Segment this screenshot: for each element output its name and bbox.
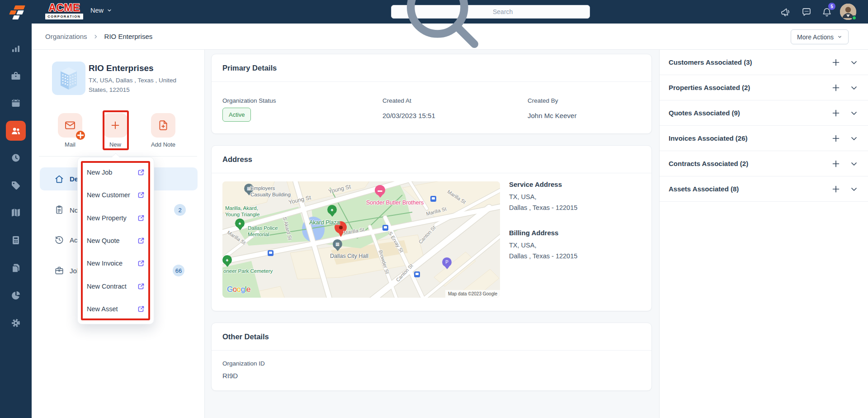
menu-item-new-quote[interactable]: New Quote — [78, 229, 154, 252]
add-note-action-label: Add Note — [143, 141, 184, 148]
assets-associated-row[interactable]: Assets Associated (8) — [660, 176, 868, 202]
transit-stop-icon — [268, 250, 274, 256]
add-icon[interactable] — [831, 83, 841, 93]
chevron-down-icon — [107, 8, 112, 13]
organization-name: RIO Enterprises — [89, 63, 154, 73]
nav-analytics-icon[interactable] — [6, 38, 26, 58]
org-status-badge: Active — [222, 108, 251, 122]
plus-icon — [109, 119, 121, 131]
external-link-icon — [137, 305, 145, 313]
more-actions-label: More Actions — [797, 33, 834, 41]
nav-map-icon[interactable] — [6, 203, 26, 223]
map-label: Sonder Butler Brothers — [366, 200, 424, 206]
transit-stop-icon — [414, 271, 420, 277]
company-logo-text: ACME — [45, 2, 83, 13]
chevron-down-icon[interactable] — [849, 159, 859, 169]
add-icon[interactable] — [831, 159, 841, 169]
created-by-value: John Mc Keever — [528, 112, 576, 119]
google-logo: Google — [227, 285, 250, 294]
nav-calendar-icon[interactable] — [6, 93, 26, 113]
menu-item-new-job[interactable]: New Job — [78, 161, 154, 184]
more-actions-button[interactable]: More Actions — [791, 29, 849, 44]
nav-documents-icon[interactable] — [6, 258, 26, 278]
chevron-right-icon — [93, 34, 99, 39]
primary-details-title: Primary Details — [212, 54, 651, 82]
notifications-bell-icon[interactable]: 5 — [821, 7, 832, 18]
company-logo-subtext: CORPORATION — [45, 14, 83, 19]
search-input[interactable] — [492, 8, 585, 16]
assets-associated-label: Assets Associated (8) — [669, 185, 823, 193]
google-map[interactable]: ▦ ▦ ♠ ♠ ♠ ▬ P Employers Casualty Buildin… — [222, 181, 500, 298]
map-label: Employers Casualty Building — [250, 185, 292, 198]
chevron-down-icon[interactable] — [849, 108, 859, 118]
breadcrumb-parent[interactable]: Organizations — [45, 33, 87, 40]
address-card-title: Address — [212, 146, 651, 173]
nav-customers-icon[interactable] — [6, 121, 26, 141]
global-search[interactable] — [391, 5, 590, 19]
external-link-icon — [137, 237, 145, 244]
new-action-label: New — [95, 141, 136, 148]
new-dropdown-menu: New Job New Customer New Property New Qu… — [77, 157, 154, 324]
poi-tree-marker: ♠ — [222, 255, 232, 265]
add-note-action-button[interactable]: Add Note — [151, 113, 175, 148]
poi-cityhall-marker: ▦ — [333, 239, 342, 249]
org-status-label: Organization Status — [222, 97, 276, 104]
billing-address-line2: Dallas , Texas - 122015 — [509, 252, 577, 260]
other-details-title: Other Details — [212, 323, 651, 351]
contracts-associated-row[interactable]: Contracts Associated (2) — [660, 151, 868, 176]
mail-icon — [64, 119, 76, 131]
mail-action-label: Mail — [50, 141, 90, 148]
global-new-label: New — [90, 7, 104, 14]
menu-item-new-invoice[interactable]: New Invoice — [78, 252, 154, 275]
external-link-icon — [137, 283, 145, 290]
announcements-icon[interactable] — [780, 7, 791, 18]
add-icon[interactable] — [831, 184, 841, 194]
menu-item-new-customer[interactable]: New Customer — [78, 184, 154, 206]
service-address-line2: Dallas , Texas - 122015 — [509, 204, 577, 211]
external-link-icon — [137, 260, 145, 267]
map-label: Akard Plaza — [309, 219, 340, 226]
nav-timesheet-icon[interactable] — [6, 148, 26, 168]
billing-address-label: Billing Address — [509, 229, 558, 237]
chevron-down-icon[interactable] — [849, 184, 859, 194]
other-details-card: Other Details Organization ID RI9D — [211, 323, 652, 391]
quotes-associated-label: Quotes Associated (9) — [669, 109, 823, 117]
notification-count-badge: 5 — [828, 3, 835, 10]
chat-icon[interactable] — [801, 7, 812, 18]
chevron-down-icon[interactable] — [849, 133, 859, 143]
created-at-value: 20/03/2023 15:51 — [382, 112, 435, 119]
chevron-down-icon[interactable] — [849, 57, 859, 67]
nav-settings-icon[interactable] — [6, 313, 26, 333]
customers-associated-label: Customers Associated (3) — [669, 58, 823, 66]
invoices-associated-row[interactable]: Invoices Associated (26) — [660, 126, 868, 151]
add-icon[interactable] — [831, 108, 841, 118]
breadcrumb-current: RIO Enterprises — [104, 33, 153, 40]
properties-associated-row[interactable]: Properties Associated (2) — [660, 75, 868, 100]
customers-associated-row[interactable]: Customers Associated (3) — [660, 50, 868, 75]
mail-plus-badge-icon — [76, 131, 85, 140]
map-label: Dallas City Hall — [330, 253, 368, 259]
menu-item-new-property[interactable]: New Property — [78, 207, 154, 229]
quotes-associated-row[interactable]: Quotes Associated (9) — [660, 100, 868, 126]
nav-pricing-icon[interactable] — [6, 176, 26, 195]
nav-reports-icon[interactable] — [6, 285, 26, 305]
app-logo-icon[interactable] — [5, 3, 27, 22]
add-icon[interactable] — [831, 133, 841, 143]
map-label: Marilla, Akard, Young Triangle — [225, 205, 274, 218]
menu-item-new-contract[interactable]: New Contract — [78, 275, 154, 297]
chevron-down-icon[interactable] — [849, 83, 859, 93]
organization-id-label: Organization ID — [222, 360, 265, 367]
global-new-menu[interactable]: New — [90, 7, 112, 14]
note-plus-icon — [157, 119, 169, 131]
add-icon[interactable] — [831, 57, 841, 67]
organization-id-value: RI9D — [222, 372, 238, 380]
menu-item-new-asset[interactable]: New Asset — [78, 298, 154, 320]
mail-action-button[interactable]: Mail — [58, 113, 82, 148]
invoices-associated-label: Invoices Associated (26) — [669, 134, 823, 142]
menu-item-label: New Asset — [87, 305, 118, 313]
transit-stop-icon — [382, 225, 388, 231]
new-action-button[interactable]: New — [103, 113, 127, 148]
nav-invoice-icon[interactable] — [6, 230, 26, 250]
map-attribution: Map data ©2023 Google — [445, 290, 500, 298]
nav-jobs-icon[interactable] — [6, 66, 26, 86]
